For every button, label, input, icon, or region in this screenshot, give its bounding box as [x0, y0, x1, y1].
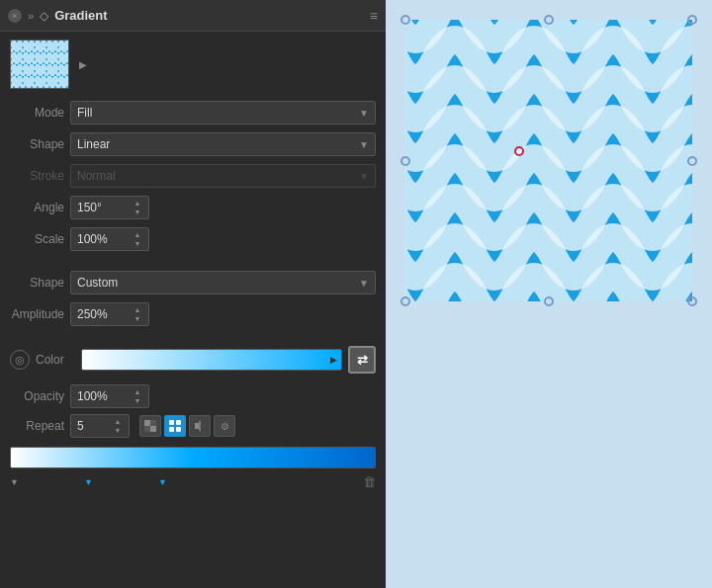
angle-row: Angle 150° ▲ ▼ — [0, 192, 386, 223]
flip-colors-button[interactable]: ⇄ — [348, 346, 376, 374]
angle-up[interactable]: ▲ — [133, 200, 142, 208]
mode-dropdown-arrow: ▼ — [359, 108, 369, 119]
mode-row: Mode Fill ▼ — [0, 97, 386, 128]
handle-top-left[interactable] — [400, 15, 410, 25]
svg-rect-5 — [144, 426, 150, 432]
repeat-settings-btn[interactable]: ⚙ — [214, 415, 235, 437]
amplitude-label: Amplitude — [10, 307, 64, 321]
scale-label: Scale — [10, 232, 64, 246]
scale-up[interactable]: ▲ — [133, 231, 142, 239]
scale-down[interactable]: ▼ — [133, 240, 142, 248]
gradient-stop-mid[interactable]: ▼ — [84, 477, 93, 487]
svg-rect-4 — [150, 420, 156, 426]
stroke-select: Normal ▼ — [70, 164, 376, 188]
handle-bottom-right[interactable] — [687, 296, 697, 306]
repeat-input[interactable]: 5 ▲ ▼ — [70, 414, 130, 438]
gradient-stop-left[interactable]: ▼ — [10, 477, 19, 487]
amplitude-row: Amplitude 250% ▲ ▼ — [0, 298, 386, 330]
opacity-input[interactable]: 100% ▲ ▼ — [70, 384, 149, 408]
opacity-spinner[interactable]: ▲ ▼ — [133, 388, 142, 405]
canvas-container: ← Flip Colors — [405, 20, 692, 301]
panel-collapse-arrows[interactable]: » — [28, 10, 34, 22]
handle-bottom-left[interactable] — [400, 296, 410, 306]
shape-bottom-dropdown-arrow: ▼ — [359, 278, 369, 289]
svg-rect-9 — [176, 427, 181, 432]
opacity-row: Opacity 100% ▲ ▼ — [0, 381, 386, 411]
svg-rect-6 — [169, 420, 174, 425]
scale-input[interactable]: 100% ▲ ▼ — [70, 227, 149, 251]
thumbnail-expand-arrow[interactable]: ▶ — [79, 59, 87, 70]
angle-spinner[interactable]: ▲ ▼ — [133, 200, 142, 216]
repeat-tile-btn[interactable] — [164, 415, 186, 437]
svg-rect-7 — [176, 420, 181, 425]
color-bar-arrow: ▶ — [330, 355, 337, 365]
color-bar[interactable]: ▶ — [81, 349, 342, 371]
shape-top-row: Shape Linear ▼ — [0, 128, 386, 160]
color-label: Color — [36, 353, 75, 367]
gradient-strip-controls: ▼ ▼ ▼ 🗑 — [0, 472, 386, 491]
amplitude-spinner[interactable]: ▲ ▼ — [133, 306, 142, 323]
mode-label: Mode — [10, 106, 64, 120]
handle-top-middle[interactable] — [544, 15, 554, 25]
handle-middle-right[interactable] — [687, 156, 697, 166]
canvas-wrapper — [405, 20, 692, 301]
amplitude-up[interactable]: ▲ — [133, 306, 142, 314]
gradient-icon: ◇ — [40, 9, 48, 23]
gradient-thumbnail[interactable] — [10, 40, 69, 89]
palette-icon[interactable]: ◎ — [10, 350, 30, 370]
thumbnail-row: ▶ — [0, 32, 386, 97]
angle-down[interactable]: ▼ — [133, 209, 142, 216]
shape-top-dropdown-arrow: ▼ — [359, 139, 369, 150]
gradient-stop-center[interactable]: ▼ — [158, 477, 167, 487]
scale-row: Scale 100% ▲ ▼ — [0, 223, 386, 255]
panel-header: × » ◇ Gradient ≡ — [0, 0, 386, 32]
handle-bottom-middle[interactable] — [544, 296, 554, 306]
shape-top-select[interactable]: Linear ▼ — [70, 132, 376, 156]
shape-bottom-select[interactable]: Custom ▼ — [70, 271, 376, 294]
close-button[interactable]: × — [8, 9, 22, 23]
gradient-panel: × » ◇ Gradient ≡ ▶ Mode — [0, 0, 386, 588]
delete-stop-button[interactable]: 🗑 — [363, 474, 376, 489]
opacity-up[interactable]: ▲ — [133, 388, 142, 396]
opacity-label: Opacity — [10, 389, 64, 403]
amplitude-down[interactable]: ▼ — [133, 315, 142, 323]
shape-top-label: Shape — [10, 137, 64, 151]
angle-label: Angle — [10, 201, 64, 214]
repeat-checkerboard-btn[interactable] — [139, 415, 161, 437]
panel-title: Gradient — [54, 8, 107, 23]
zigzag-canvas — [405, 20, 692, 301]
svg-rect-3 — [150, 426, 156, 432]
stroke-label: Stroke — [10, 169, 64, 183]
panel-header-left: × » ◇ Gradient — [8, 8, 108, 23]
repeat-icons: ⚙ — [139, 415, 235, 437]
svg-rect-2 — [144, 420, 150, 426]
svg-rect-11 — [195, 423, 199, 429]
opacity-down[interactable]: ▼ — [133, 397, 142, 405]
repeat-down[interactable]: ▼ — [113, 427, 123, 435]
angle-input[interactable]: 150° ▲ ▼ — [70, 196, 149, 219]
repeat-mirror-btn[interactable] — [189, 415, 211, 437]
shape-bottom-label: Shape — [10, 276, 64, 290]
flip-icon: ⇄ — [357, 353, 368, 368]
gradient-strip[interactable] — [10, 447, 376, 468]
shape-bottom-row: Shape Custom ▼ — [0, 267, 386, 298]
handle-middle-left[interactable] — [400, 156, 410, 166]
svg-rect-1 — [11, 41, 69, 89]
repeat-label: Repeat — [10, 419, 64, 433]
mode-select[interactable]: Fill ▼ — [70, 101, 376, 125]
stroke-row: Stroke Normal ▼ — [0, 160, 386, 192]
scale-spinner[interactable]: ▲ ▼ — [133, 231, 142, 248]
svg-rect-8 — [169, 427, 174, 432]
repeat-up[interactable]: ▲ — [113, 418, 123, 426]
stroke-dropdown-arrow: ▼ — [359, 171, 369, 182]
amplitude-input[interactable]: 250% ▲ ▼ — [70, 302, 149, 326]
menu-icon[interactable]: ≡ — [370, 8, 378, 24]
canvas-area: ← Flip Colors — [386, 0, 712, 321]
repeat-row: Repeat 5 ▲ ▼ — [0, 411, 386, 441]
repeat-spinner[interactable]: ▲ ▼ — [113, 418, 123, 435]
handle-top-right[interactable] — [687, 15, 697, 25]
color-row: ◎ Color ▶ ⇄ — [0, 342, 386, 378]
